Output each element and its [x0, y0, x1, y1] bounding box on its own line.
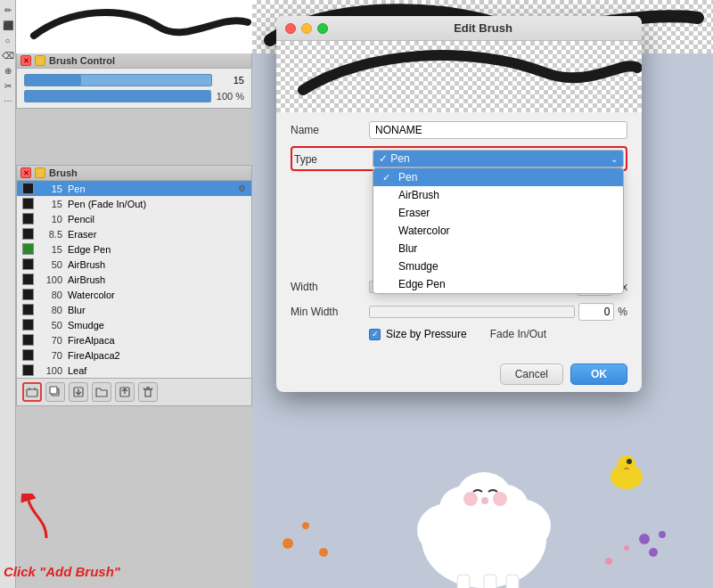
- size-slider-row: 15: [24, 74, 244, 86]
- tool-icon-6[interactable]: ✂: [2, 79, 14, 92]
- import-brush-button[interactable]: [69, 382, 88, 402]
- duplicate-brush-button[interactable]: [45, 382, 65, 402]
- brush-size: 15: [39, 244, 62, 255]
- svg-point-18: [649, 548, 658, 557]
- size-pressure-row: ✓ Size by Pressure Fade In/Out: [291, 328, 627, 340]
- list-item[interactable]: 15 Edge Pen: [17, 241, 251, 257]
- list-item[interactable]: 15 Pen (Fade In/Out): [17, 196, 251, 211]
- width-label: Width: [291, 281, 362, 293]
- dropdown-item-eraser[interactable]: Eraser: [373, 204, 623, 222]
- brush-color-swatch: [22, 274, 34, 285]
- size-slider[interactable]: [24, 74, 212, 86]
- dropdown-item-label: Blur: [398, 242, 417, 255]
- brush-panel-minimize-btn[interactable]: [35, 167, 45, 178]
- ok-button[interactable]: OK: [570, 363, 627, 385]
- name-label: Name: [291, 124, 362, 136]
- brush-name: Blur: [68, 305, 246, 315]
- list-item[interactable]: 50 Smudge: [17, 317, 251, 332]
- svg-point-24: [618, 455, 635, 473]
- brush-size: 50: [39, 320, 62, 331]
- list-item[interactable]: 50 AirBrush: [17, 257, 251, 272]
- brush-name: Smudge: [68, 320, 246, 331]
- tool-icon-7[interactable]: ⋯: [2, 94, 14, 107]
- list-item[interactable]: 100 Leaf: [17, 363, 251, 378]
- brush-name: Pen: [68, 184, 233, 194]
- svg-point-20: [639, 534, 650, 544]
- brush-color-swatch: [22, 213, 34, 225]
- brush-name: AirBrush: [68, 274, 246, 285]
- folder-button[interactable]: [92, 382, 111, 402]
- svg-point-33: [463, 492, 478, 506]
- tool-icon-3[interactable]: ○: [2, 34, 14, 46]
- list-item[interactable]: 70 FireAlpaca2: [17, 347, 251, 363]
- type-dropdown[interactable]: ✓ Pen ⌄: [373, 150, 624, 167]
- size-pressure-checkbox[interactable]: ✓: [369, 329, 381, 340]
- tool-icon-5[interactable]: ⊕: [2, 64, 14, 77]
- panel-minimize-btn[interactable]: [35, 55, 45, 66]
- tool-icon-4[interactable]: ⌫: [2, 49, 14, 61]
- brush-name: AirBrush: [68, 259, 246, 270]
- dropdown-item-label: Smudge: [398, 260, 438, 273]
- list-item[interactable]: 80 Blur: [17, 302, 251, 317]
- dropdown-item-airbrush[interactable]: AirBrush: [373, 186, 623, 204]
- delete-brush-button[interactable]: [138, 382, 158, 402]
- name-input[interactable]: [369, 121, 627, 139]
- svg-point-35: [481, 497, 488, 504]
- svg-rect-37: [484, 575, 496, 588]
- dialog-title: Edit Brush: [333, 21, 633, 35]
- brush-size: 10: [39, 214, 62, 225]
- edit-brush-dialog: Edit Brush Name Type ✓ Pen ⌄ ✓ P: [276, 16, 642, 392]
- brush-panel-title: Brush: [49, 167, 78, 178]
- brush-size: 70: [39, 350, 62, 361]
- dialog-zoom-btn[interactable]: [317, 23, 328, 34]
- add-brush-button[interactable]: [22, 382, 42, 402]
- list-item[interactable]: 70 FireAlpaca: [17, 332, 251, 347]
- brush-toolbar: [17, 378, 251, 405]
- brush-control-title: Brush Control: [49, 55, 115, 66]
- dropdown-item-smudge[interactable]: Smudge: [373, 257, 623, 275]
- brush-size: 70: [39, 335, 62, 346]
- brush-color-swatch: [22, 183, 34, 194]
- list-item[interactable]: 100 AirBrush: [17, 272, 251, 287]
- brush-color-swatch: [22, 243, 34, 255]
- dialog-close-btn[interactable]: [285, 23, 296, 34]
- dropdown-item-label: Pen: [398, 171, 417, 184]
- min-width-row: Min Width %: [291, 303, 627, 321]
- svg-rect-0: [27, 389, 37, 396]
- opacity-slider[interactable]: [24, 90, 211, 102]
- list-item[interactable]: 15 Pen ⚙: [17, 181, 251, 196]
- svg-rect-4: [50, 387, 57, 394]
- tool-icon-2[interactable]: ⬛: [2, 19, 14, 31]
- list-item[interactable]: 8.5 Eraser: [17, 226, 251, 241]
- brush-panel-close-btn[interactable]: ✕: [20, 167, 31, 178]
- brush-settings-icon[interactable]: ⚙: [238, 184, 246, 193]
- brush-color-swatch: [22, 304, 34, 315]
- brush-color-swatch: [22, 228, 34, 240]
- brush-size: 8.5: [39, 229, 62, 240]
- brush-size: 100: [39, 365, 62, 376]
- type-row: Type ✓ Pen ⌄ ✓ Pen AirBrush: [291, 146, 627, 171]
- dialog-form: Name Type ✓ Pen ⌄ ✓ Pen AirBrush: [276, 112, 642, 356]
- brush-color-swatch: [22, 258, 34, 270]
- panel-close-btn[interactable]: ✕: [20, 55, 31, 66]
- list-item[interactable]: 10 Pencil: [17, 211, 251, 226]
- brush-color-swatch: [22, 198, 34, 209]
- brush-control-content: 15 100 %: [17, 69, 251, 108]
- type-select-container: ✓ Pen ⌄ ✓ Pen AirBrush Eraser: [373, 150, 624, 167]
- tool-icon-1[interactable]: ✏: [2, 4, 14, 16]
- dialog-brush-preview: [276, 41, 642, 112]
- min-width-value-input[interactable]: [578, 303, 614, 321]
- cancel-button[interactable]: Cancel: [500, 363, 563, 385]
- dropdown-item-watercolor[interactable]: Watercolor: [373, 222, 623, 240]
- dialog-minimize-btn[interactable]: [301, 23, 312, 34]
- left-toolbar: ✏ ⬛ ○ ⌫ ⊕ ✂ ⋯: [0, 0, 16, 588]
- brush-panel: ✕ Brush 15 Pen ⚙ 15 Pen (Fade In/Out) 10…: [16, 165, 252, 406]
- dropdown-item-label: Eraser: [398, 207, 430, 219]
- export-brush-button[interactable]: [115, 382, 135, 402]
- dropdown-item-pen[interactable]: ✓ Pen: [373, 168, 623, 186]
- dropdown-item-blur[interactable]: Blur: [373, 240, 623, 257]
- svg-rect-36: [457, 575, 470, 588]
- dropdown-item-edge-pen[interactable]: Edge Pen: [373, 275, 623, 293]
- type-dropdown-menu: ✓ Pen AirBrush Eraser Watercolor: [373, 167, 624, 294]
- list-item[interactable]: 80 Watercolor: [17, 287, 251, 302]
